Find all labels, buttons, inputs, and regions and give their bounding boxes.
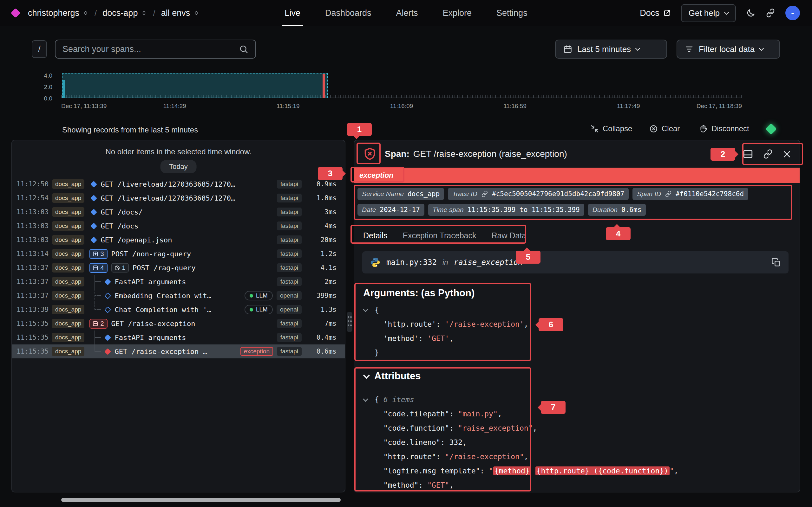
tab-exception-traceback[interactable]: Exception Traceback (403, 227, 476, 244)
meta-span-id[interactable]: Span ID#f0110e542c798c6d (632, 188, 748, 200)
arguments-code: { 'http.route': '/raise-exception', 'met… (363, 302, 528, 360)
share-link-button[interactable] (766, 8, 775, 18)
span-time: 11:13:37 (16, 292, 52, 299)
span-duration: 1.0ms (306, 194, 337, 202)
collapse-caret-icon[interactable] (363, 307, 368, 312)
trace-row[interactable]: 11:13:03docs_appGET /docsfastapi4ms (12, 219, 345, 233)
exception-banner-label: exception (359, 171, 393, 180)
span-name: Chat Completion with '… (114, 306, 211, 314)
tag-chip: fastapi (277, 193, 302, 203)
trace-row[interactable]: 11:15:35docs_appGET /raise-exception …ex… (12, 344, 345, 358)
tag-chip: fastapi (277, 277, 302, 286)
meta-label: Trace ID (452, 190, 477, 198)
trace-row[interactable]: 11:15:35docs_appFastAPI argumentsfastapi… (12, 331, 345, 344)
trace-row[interactable]: 11:12:50docs_appGET /livereload/12703636… (12, 177, 345, 191)
copy-button[interactable] (771, 258, 781, 267)
span-diamond-icon (90, 194, 97, 201)
tag-chip: openai (276, 291, 302, 300)
get-help-button[interactable]: Get help (681, 4, 736, 22)
permalink-icon[interactable] (763, 149, 773, 159)
x-tick-label: 11:17:49 (617, 103, 640, 110)
exception-shield-icon (362, 147, 377, 161)
search-input[interactable] (62, 44, 234, 54)
trace-row[interactable]: 11:15:35docs_app2GET /raise-exceptionfas… (12, 317, 345, 331)
clear-button[interactable]: Clear (649, 124, 680, 133)
span-time: 11:13:37 (16, 278, 52, 285)
nav-settings[interactable]: Settings (496, 0, 527, 26)
span-duration: 1.3s (306, 306, 337, 314)
search-icon[interactable] (239, 44, 248, 54)
span-name: FastAPI arguments (114, 278, 186, 286)
tag-chip: fastapi (277, 263, 302, 272)
child-count-chip[interactable]: 4 (90, 263, 107, 273)
tree-connector (90, 289, 103, 302)
meta-row-1: Service Namedocs_appTrace ID#c5ec5005042… (357, 188, 797, 200)
collapse-button[interactable]: Collapse (590, 124, 632, 133)
span-title: Span:GET /raise-exception (raise_excepti… (385, 149, 735, 159)
span-duration: 0.4ms (306, 334, 337, 341)
main-nav: LiveDashboardsAlertsExploreSettings (285, 0, 527, 26)
live-indicator-icon[interactable] (765, 123, 777, 135)
meta-trace-id[interactable]: Trace ID#c5ec5005042796e91d5db42ca9fd980… (448, 188, 629, 200)
filter-button[interactable]: Filter local data (676, 40, 780, 59)
chart-plot[interactable] (61, 73, 742, 98)
search-box[interactable] (55, 40, 256, 59)
horizontal-scrollbar[interactable] (61, 498, 341, 502)
logfire-logo-icon[interactable] (10, 8, 20, 18)
span-title-label: Span: (385, 149, 409, 159)
excluded-count-chip: 1 (111, 263, 129, 273)
trace-row[interactable]: 11:13:39docs_appChat Completion with '…L… (12, 302, 345, 317)
trace-row[interactable]: 11:12:54docs_appGET /livereload/12703636… (12, 191, 345, 205)
exception-chip: exception (241, 347, 273, 356)
breadcrumb-org[interactable]: christophergs (28, 8, 89, 18)
date-pill[interactable]: Today (160, 160, 197, 173)
trace-row[interactable]: 11:13:03docs_appGET /docs/fastapi3ms (12, 205, 345, 219)
get-help-label: Get help (689, 8, 720, 18)
close-icon[interactable] (782, 150, 792, 158)
span-time: 11:13:03 (16, 222, 52, 230)
panel-resize-handle[interactable] (347, 312, 352, 332)
tag-chip: fastapi (277, 208, 302, 216)
disconnect-button[interactable]: Disconnect (699, 124, 749, 133)
span-duration: 20ms (306, 236, 337, 244)
span-duration: 399ms (306, 292, 337, 299)
nav-explore[interactable]: Explore (443, 0, 472, 26)
docs-link[interactable]: Docs (640, 8, 671, 18)
switcher-icon (141, 10, 147, 16)
dark-mode-toggle[interactable] (746, 8, 756, 18)
trace-row[interactable]: 11:13:03docs_appGET /openapi.jsonfastapi… (12, 233, 345, 247)
span-name: GET /raise-exception (111, 320, 195, 328)
span-name: GET /livereload/1270363685/1270… (101, 194, 235, 202)
meta-value: 2024-12-17 (380, 206, 420, 214)
nav-alerts[interactable]: Alerts (396, 0, 418, 26)
selected-time-window[interactable] (62, 73, 328, 98)
span-duration: 0.9ms (306, 180, 337, 188)
python-icon (370, 257, 380, 268)
time-range-button[interactable]: Last 5 minutes (555, 40, 667, 59)
nav-live[interactable]: Live (285, 0, 300, 26)
collapse-icon (93, 321, 98, 326)
breadcrumb-project[interactable]: docs-app (102, 8, 147, 18)
dock-panel-icon[interactable] (743, 149, 753, 159)
meta-label: Service Name (362, 190, 404, 198)
chevron-down-icon (724, 9, 729, 14)
user-avatar[interactable]: - (785, 6, 800, 20)
llm-chip: LLM (245, 305, 273, 314)
attributes-heading[interactable]: Attributes (363, 371, 420, 382)
breadcrumb-env[interactable]: all envs (161, 8, 200, 18)
tab-raw-data[interactable]: Raw Data (492, 227, 526, 244)
collapse-caret-icon[interactable] (363, 396, 368, 402)
trace-row[interactable]: 11:13:37docs_appEmbedding Creation wit…L… (12, 289, 345, 302)
trace-row[interactable]: 11:13:37docs_appFastAPI argumentsfastapi… (12, 275, 345, 289)
link-icon (665, 190, 672, 198)
trace-row[interactable]: 11:13:37docs_app41POST /rag-queryfastapi… (12, 261, 345, 275)
y-axis: 4.02.00.0 (22, 72, 52, 102)
nav-dashboards[interactable]: Dashboards (325, 0, 371, 26)
span-diamond-icon (104, 292, 111, 299)
trace-row[interactable]: 11:13:14docs_app3POST /non-rag-queryfast… (12, 247, 345, 261)
span-diamond-icon (104, 306, 111, 313)
child-count-chip[interactable]: 2 (90, 319, 107, 329)
service-badge: docs_app (52, 347, 84, 356)
child-count-chip[interactable]: 3 (90, 249, 107, 259)
tab-details[interactable]: Details (363, 227, 387, 244)
